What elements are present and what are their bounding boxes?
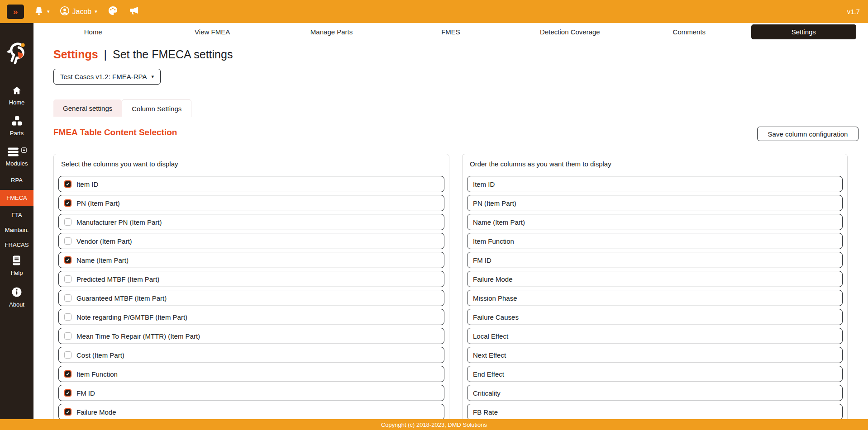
checkbox[interactable]: ✓	[64, 275, 72, 283]
sidebar-item-fta[interactable]: FTA	[0, 212, 33, 218]
announcements-button[interactable]	[129, 5, 140, 18]
sidebar-item-home[interactable]: Home	[0, 85, 33, 106]
column-select-row[interactable]: ✓ Manufacturer PN (Item Part)	[58, 214, 444, 230]
column-order-row[interactable]: Mission Phase	[467, 290, 843, 306]
tab-column-settings[interactable]: Column Settings	[122, 99, 191, 117]
footer: Copyright (c) 2018-2023, DMD Solutions	[0, 419, 868, 430]
theme-palette-button[interactable]	[107, 5, 119, 18]
nav-tab-manage-parts[interactable]: Manage Parts	[272, 23, 391, 41]
column-select-row[interactable]: ✓ Vendor (Item Part)	[58, 233, 444, 249]
main-content: Settings | Set the FMECA settings Test C…	[33, 41, 868, 430]
sidebar-item-rpa[interactable]: RPA	[0, 177, 33, 184]
column-label: Failure Causes	[473, 313, 519, 321]
info-circle-icon	[11, 287, 22, 299]
hamburger-menu-icon	[7, 147, 19, 158]
chevron-down-icon: ▾	[95, 9, 97, 14]
column-order-row[interactable]: FB Rate	[467, 404, 843, 420]
checkbox[interactable]: ✓	[64, 256, 72, 264]
column-select-row[interactable]: ✓ Guaranteed MTBF (Item Part)	[58, 290, 444, 306]
column-select-row[interactable]: ✓ Item ID	[58, 176, 444, 192]
checkbox[interactable]: ✓	[64, 313, 72, 321]
column-select-row[interactable]: ✓ Name (Item Part)	[58, 252, 444, 268]
column-select-row[interactable]: ✓ Predicted MTBF (Item Part)	[58, 271, 444, 287]
version-label: v1.7	[847, 8, 860, 15]
column-order-row[interactable]: Name (Item Part)	[467, 214, 843, 230]
nav-tab-fmes[interactable]: FMES	[391, 23, 510, 41]
column-label: Guaranteed MTBF (Item Part)	[76, 294, 167, 302]
sidebar-item-parts[interactable]: Parts	[0, 116, 33, 137]
check-icon: ✓	[66, 182, 70, 187]
column-label: Criticality	[473, 389, 501, 397]
column-label: Vendor (Item Part)	[76, 237, 132, 245]
save-column-configuration-button[interactable]: Save column configuration	[757, 127, 858, 141]
checkbox[interactable]: ✓	[64, 180, 72, 188]
checkbox[interactable]: ✓	[64, 332, 72, 340]
checkbox[interactable]: ✓	[64, 237, 72, 245]
column-label: Item Function	[473, 237, 514, 245]
checkbox[interactable]: ✓	[64, 351, 72, 359]
sidebar-item-fracas[interactable]: FRACAS	[0, 241, 33, 248]
user-menu[interactable]: Jacob ▾	[60, 6, 97, 18]
nav-tab-settings[interactable]: Settings	[749, 23, 868, 41]
expand-modules-icon[interactable]	[21, 146, 27, 155]
column-order-list: Item ID PN (Item Part) Name (Item Part) …	[467, 176, 843, 420]
copyright-text: Copyright (c) 2018-2023, DMD Solutions	[381, 421, 487, 428]
checkbox[interactable]: ✓	[64, 199, 72, 207]
column-order-row[interactable]: FM ID	[467, 252, 843, 268]
column-label: Cost (Item Part)	[76, 351, 124, 359]
nav-tab-view-fmea[interactable]: View FMEA	[153, 23, 272, 41]
column-order-row[interactable]: Local Effect	[467, 328, 843, 344]
chevron-down-icon: ▾	[47, 9, 50, 14]
column-order-row[interactable]: Failure Mode	[467, 271, 843, 287]
checkbox[interactable]: ✓	[64, 408, 72, 416]
checkbox[interactable]: ✓	[64, 389, 72, 397]
sidebar-item-maintain[interactable]: Maintain.	[0, 227, 33, 233]
nav-tab-comments[interactable]: Comments	[630, 23, 749, 41]
check-icon: ✓	[66, 258, 70, 263]
checkbox[interactable]: ✓	[64, 370, 72, 378]
section-heading: FMEA Table Content Selection	[53, 128, 177, 137]
column-select-row[interactable]: ✓ Cost (Item Part)	[58, 347, 444, 363]
column-order-row[interactable]: Failure Causes	[467, 309, 843, 325]
column-label: Next Effect	[473, 351, 506, 359]
column-order-row[interactable]: Item ID	[467, 176, 843, 192]
page-title-main: Settings	[53, 48, 98, 61]
column-order-row[interactable]: Item Function	[467, 233, 843, 249]
checkbox[interactable]: ✓	[64, 294, 72, 302]
column-select-row[interactable]: ✓ Failure Mode	[58, 404, 444, 420]
column-order-row[interactable]: Criticality	[467, 385, 843, 401]
notifications-menu[interactable]: ▾	[34, 5, 50, 18]
tab-general-settings[interactable]: General settings	[53, 99, 122, 117]
column-select-row[interactable]: ✓ Note regarding P/GMTBF (Item Part)	[58, 309, 444, 325]
column-label: Mission Phase	[473, 294, 517, 302]
user-name: Jacob	[72, 8, 92, 16]
column-order-row[interactable]: End Effect	[467, 366, 843, 382]
sidebar-item-help[interactable]: Help	[0, 255, 33, 276]
sidebar-item-about[interactable]: About	[0, 287, 33, 308]
nav-tab-detection-coverage[interactable]: Detection Coverage	[510, 23, 630, 41]
column-order-row[interactable]: Next Effect	[467, 347, 843, 363]
column-select-row[interactable]: ✓ FM ID	[58, 385, 444, 401]
column-label: Name (Item Part)	[473, 218, 525, 226]
sidebar-item-modules[interactable]: Modules	[0, 147, 33, 167]
home-icon	[11, 85, 22, 97]
column-select-row[interactable]: ✓ Item Function	[58, 366, 444, 382]
sidebar-item-fmeca[interactable]: FMECA	[0, 190, 33, 206]
page-title-subtitle: Set the FMECA settings	[113, 48, 233, 61]
column-label: Predicted MTBF (Item Part)	[76, 275, 159, 283]
column-order-row[interactable]: PN (Item Part)	[467, 195, 843, 211]
column-label: Mean Time To Repair (MTTR) (Item Part)	[76, 332, 200, 340]
checkbox[interactable]: ✓	[64, 218, 72, 226]
column-select-row[interactable]: ✓ PN (Item Part)	[58, 195, 444, 211]
sidebar-collapse-button[interactable]: »	[7, 5, 24, 19]
check-icon: ✓	[66, 372, 70, 377]
check-icon: ✓	[66, 201, 70, 206]
column-label: Item ID	[473, 180, 495, 188]
column-select-row[interactable]: ✓ Mean Time To Repair (MTTR) (Item Part)	[58, 328, 444, 344]
project-selector-dropdown[interactable]: Test Cases v1.2: FMEA-RPA ▾	[53, 69, 161, 85]
top-bar: » ▾ Jacob ▾ v1.7	[0, 0, 868, 23]
column-order-panel-title: Order the columns as you want them to di…	[470, 160, 840, 168]
nav-tab-home[interactable]: Home	[33, 23, 153, 41]
column-label: FM ID	[76, 389, 95, 397]
page-title-separator: |	[104, 48, 107, 61]
